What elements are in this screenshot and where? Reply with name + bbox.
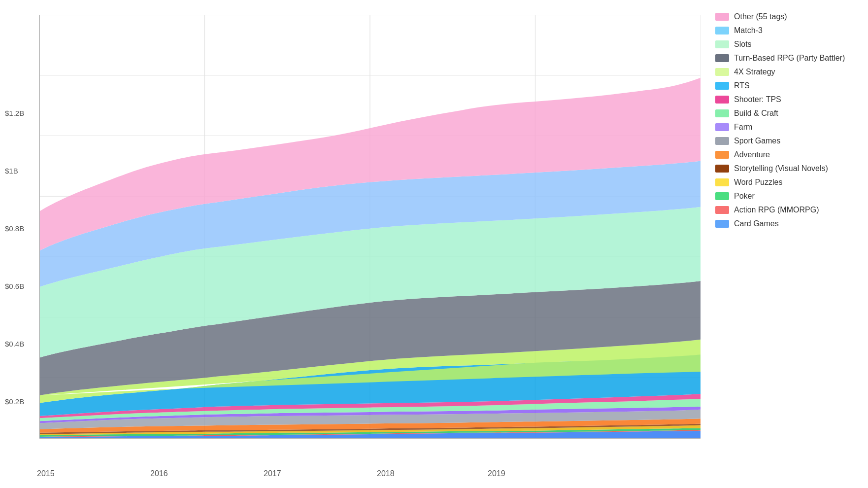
legend-label-9: Sport Games [734,137,780,145]
legend-item-12: Word Puzzles [715,175,858,189]
legend-swatch-9 [715,137,729,145]
legend-item-5: RTS [715,79,858,93]
legend-label-13: Poker [734,192,755,201]
y-label-08: $0.8B [5,224,24,233]
legend-swatch-1 [715,27,729,35]
legend-swatch-10 [715,151,729,159]
legend-swatch-15 [715,220,729,228]
legend-item-14: Action RPG (MMORPG) [715,203,858,217]
legend-label-7: Build & Craft [734,109,778,118]
legend-item-3: Turn-Based RPG (Party Battler) [715,51,858,65]
legend-label-6: Shooter: TPS [734,95,781,104]
x-label-2018: 2018 [377,469,395,478]
x-label-2015: 2015 [37,469,55,478]
legend-swatch-13 [715,192,729,200]
y-label-04: $0.4B [5,340,24,348]
legend-label-0: Other (55 tags) [734,12,787,21]
legend-label-11: Storytelling (Visual Novels) [734,164,828,173]
legend-item-13: Poker [715,189,858,203]
legend-label-3: Turn-Based RPG (Party Battler) [734,54,845,63]
legend-swatch-2 [715,40,729,48]
y-label-06: $0.6B [5,282,24,290]
legend-swatch-11 [715,165,729,173]
legend-swatch-5 [715,82,729,90]
stacked-area-chart [39,15,701,458]
legend-label-10: Adventure [734,150,770,159]
x-label-2017: 2017 [264,469,281,478]
legend-label-14: Action RPG (MMORPG) [734,206,819,214]
legend-swatch-3 [715,54,729,62]
x-label-2016: 2016 [150,469,168,478]
legend-label-12: Word Puzzles [734,178,782,187]
chart-area: $0.2B $0.4B $0.6B $0.8B $1B $1.2B 2015 2… [0,0,710,488]
legend-swatch-12 [715,178,729,186]
legend-swatch-14 [715,206,729,214]
legend-label-4: 4X Strategy [734,68,775,76]
legend-swatch-0 [715,13,729,21]
legend-swatch-6 [715,96,729,104]
legend-label-2: Slots [734,40,752,49]
legend-label-5: RTS [734,81,750,90]
x-label-2019: 2019 [488,469,505,478]
legend-item-6: Shooter: TPS [715,93,858,106]
legend-swatch-8 [715,123,729,131]
y-label-12: $1.2B [5,109,24,117]
legend-item-2: Slots [715,37,858,51]
legend-swatch-4 [715,68,729,76]
legend-item-4: 4X Strategy [715,65,858,79]
legend-item-15: Card Games [715,217,858,231]
legend-label-1: Match-3 [734,26,763,35]
legend-item-7: Build & Craft [715,106,858,120]
legend-item-0: Other (55 tags) [715,10,858,24]
y-label-02: $0.2B [5,397,24,406]
legend-swatch-7 [715,109,729,117]
legend-item-11: Storytelling (Visual Novels) [715,162,858,175]
legend-area: Other (55 tags)Match-3SlotsTurn-Based RP… [710,0,868,488]
legend-item-10: Adventure [715,148,858,162]
legend-item-8: Farm [715,120,858,134]
y-label-1b: $1B [5,167,18,175]
legend-item-9: Sport Games [715,134,858,148]
legend-label-15: Card Games [734,219,779,228]
legend-label-8: Farm [734,123,752,132]
legend-item-1: Match-3 [715,24,858,37]
